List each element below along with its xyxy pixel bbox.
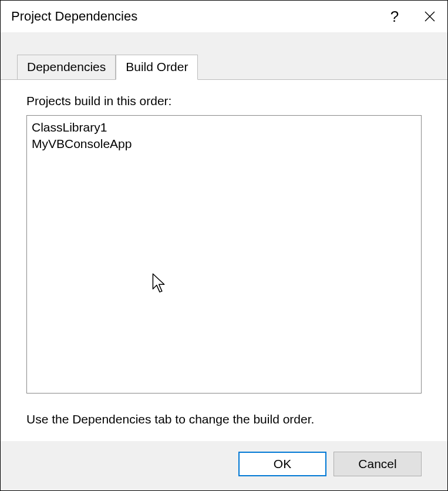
close-icon[interactable] (412, 1, 447, 32)
tab-dependencies[interactable]: Dependencies (17, 55, 116, 79)
help-icon[interactable]: ? (377, 1, 412, 32)
tabs: Dependencies Build Order (1, 32, 447, 79)
dialog-title: Project Dependencies (11, 9, 377, 24)
ok-button[interactable]: OK (238, 452, 326, 476)
tab-build-order[interactable]: Build Order (116, 55, 198, 80)
content-area: Dependencies Build Order Projects build … (1, 32, 447, 490)
project-dependencies-dialog: Project Dependencies ? Dependencies Buil… (0, 0, 448, 491)
cursor-icon (151, 273, 168, 298)
cancel-button[interactable]: Cancel (334, 452, 422, 476)
list-item[interactable]: ClassLibrary1 (32, 119, 416, 136)
list-item[interactable]: MyVBConsoleApp (32, 136, 416, 152)
button-row: OK Cancel (1, 441, 447, 490)
build-order-label: Projects build in this order: (26, 94, 422, 108)
titlebar: Project Dependencies ? (1, 1, 447, 32)
build-order-listbox[interactable]: ClassLibrary1 MyVBConsoleApp (26, 115, 422, 394)
tab-content: Projects build in this order: ClassLibra… (1, 79, 447, 441)
hint-text: Use the Dependencies tab to change the b… (26, 412, 422, 426)
